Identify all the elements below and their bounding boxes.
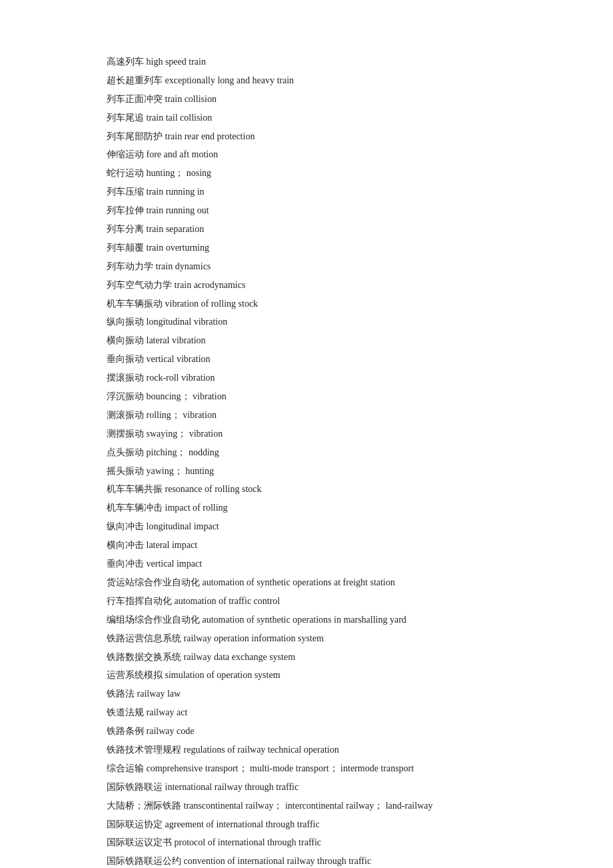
english-term: comprehensive transport； multi-mode tran… <box>147 763 414 773</box>
chinese-term: 国际铁路联运 <box>107 782 163 792</box>
list-item: 列车空气动力学 train acrodynamics <box>107 277 506 294</box>
chinese-term: 国际联运议定书 <box>107 837 172 847</box>
chinese-term: 机车车辆冲击 <box>107 503 163 513</box>
english-term: vibration of rolling stock <box>165 299 259 309</box>
english-term: lateral impact <box>147 540 198 550</box>
chinese-term: 铁路法 <box>107 689 135 699</box>
list-item: 综合运输 comprehensive transport； multi-mode… <box>107 760 506 777</box>
list-item: 国际铁路联运 international railway through tra… <box>107 779 506 796</box>
list-item: 列车尾追 train tail collision <box>107 109 506 127</box>
list-item: 浮沉振动 bouncing； vibration <box>107 388 506 405</box>
list-item: 国际铁路联运公约 convention of international rai… <box>107 853 506 868</box>
chinese-term: 列车尾追 <box>107 113 144 123</box>
chinese-term: 伸缩运动 <box>107 149 144 159</box>
english-term: railway act <box>147 707 188 717</box>
chinese-term: 摆滚振动 <box>107 373 144 383</box>
chinese-term: 铁路运营信息系统 <box>107 633 181 643</box>
english-term: automation of synthetic operations at fr… <box>203 577 395 587</box>
chinese-term: 货运站综合作业自动化 <box>107 577 200 587</box>
list-item: 纵向振动 longitudinal vibration <box>107 313 506 331</box>
english-term: train rear end protection <box>165 131 255 141</box>
chinese-term: 测摆振动 <box>107 429 144 439</box>
chinese-term: 点头振动 <box>107 447 144 457</box>
english-term: train dynamics <box>156 261 211 271</box>
english-term: transcontinental railway； intercontinent… <box>184 801 433 811</box>
list-item: 编组场综合作业自动化 automation of synthetic opera… <box>107 611 506 629</box>
list-item: 纵向冲击 longitudinal impact <box>107 518 506 535</box>
chinese-term: 纵向冲击 <box>107 521 144 531</box>
english-term: train collision <box>165 94 217 104</box>
list-item: 列车分离 train separation <box>107 221 506 238</box>
list-item: 伸缩运动 fore and aft motion <box>107 146 506 163</box>
english-term: railway operation information system <box>184 633 324 643</box>
list-item: 铁路条例 railway code <box>107 723 506 740</box>
chinese-term: 横向振动 <box>107 335 144 345</box>
english-term: longitudinal vibration <box>147 317 228 327</box>
chinese-term: 测滚振动 <box>107 410 144 420</box>
list-item: 运营系统模拟 simulation of operation system <box>107 667 506 684</box>
chinese-term: 垂向振动 <box>107 354 144 364</box>
chinese-term: 运营系统模拟 <box>107 670 163 680</box>
list-item: 垂向冲击 vertical impact <box>107 555 506 573</box>
english-term: train running out <box>147 205 209 215</box>
chinese-term: 列车空气动力学 <box>107 280 172 290</box>
chinese-term: 国际铁路联运公约 <box>107 856 181 866</box>
chinese-term: 摇头振动 <box>107 466 144 476</box>
chinese-term: 垂向冲击 <box>107 559 144 569</box>
english-term: agreement of international through traff… <box>165 819 320 829</box>
list-item: 铁路技术管理规程 regulations of railway technica… <box>107 741 506 759</box>
english-term: train tail collision <box>147 113 213 123</box>
english-term: railway code <box>147 726 195 736</box>
list-item: 列车拉伸 train running out <box>107 202 506 219</box>
list-item: 测滚振动 rolling； vibration <box>107 407 506 424</box>
chinese-term: 机车车辆振动 <box>107 299 163 309</box>
chinese-term: 大陆桥；洲际铁路 <box>107 801 181 811</box>
english-term: swaying； vibration <box>147 429 223 439</box>
list-item: 测摆振动 swaying； vibration <box>107 425 506 443</box>
chinese-term: 列车尾部防护 <box>107 131 163 141</box>
chinese-term: 列车拉伸 <box>107 205 144 215</box>
list-item: 列车尾部防护 train rear end protection <box>107 128 506 145</box>
list-item: 国际联运协定 agreement of international throug… <box>107 816 506 833</box>
list-item: 点头振动 pitching； nodding <box>107 444 506 461</box>
list-item: 超长超重列车 exceptionally long and heavy trai… <box>107 72 506 89</box>
list-item: 机车车辆冲击 impact of rolling <box>107 499 506 517</box>
english-term: yawing； hunting <box>147 466 215 476</box>
english-term: railway law <box>137 689 181 699</box>
english-term: convention of international railway thro… <box>184 856 372 866</box>
english-term: automation of synthetic operations in ma… <box>203 615 406 625</box>
chinese-term: 列车动力学 <box>107 261 153 271</box>
english-term: automation of traffic control <box>175 596 281 606</box>
english-term: lateral vibration <box>147 335 206 345</box>
list-item: 摇头振动 yawing； hunting <box>107 463 506 480</box>
english-term: impact of rolling <box>165 503 228 513</box>
list-item: 国际联运议定书 protocol of international throug… <box>107 834 506 851</box>
list-item: 列车正面冲突 train collision <box>107 91 506 108</box>
chinese-term: 列车正面冲突 <box>107 94 163 104</box>
english-term: exceptionally long and heavy train <box>165 75 295 85</box>
english-term: simulation of operation system <box>165 670 281 680</box>
english-term: regulations of railway technical operati… <box>184 745 339 755</box>
english-term: fore and aft motion <box>147 149 219 159</box>
chinese-term: 列车颠覆 <box>107 243 144 253</box>
chinese-term: 综合运输 <box>107 763 144 773</box>
english-term: bouncing； vibration <box>147 391 227 401</box>
english-term: train overturning <box>147 243 209 253</box>
chinese-term: 高速列车 <box>107 57 144 67</box>
chinese-term: 超长超重列车 <box>107 75 163 85</box>
list-item: 横向冲击 lateral impact <box>107 537 506 554</box>
chinese-term: 编组场综合作业自动化 <box>107 615 200 625</box>
chinese-term: 铁路条例 <box>107 726 144 736</box>
english-term: high speed train <box>147 57 206 67</box>
chinese-term: 列车压缩 <box>107 187 144 197</box>
english-term: railway data exchange system <box>184 652 296 662</box>
list-item: 大陆桥；洲际铁路 transcontinental railway； inter… <box>107 797 506 815</box>
list-item: 横向振动 lateral vibration <box>107 332 506 349</box>
list-item: 铁路数据交换系统 railway data exchange system <box>107 649 506 666</box>
list-item: 垂向振动 vertical vibration <box>107 351 506 368</box>
chinese-term: 行车指挥自动化 <box>107 596 172 606</box>
english-term: resonance of rolling stock <box>165 484 262 494</box>
chinese-term: 铁路技术管理规程 <box>107 745 181 755</box>
english-term: international railway through traffic <box>165 782 299 792</box>
english-term: train running in <box>147 187 205 197</box>
